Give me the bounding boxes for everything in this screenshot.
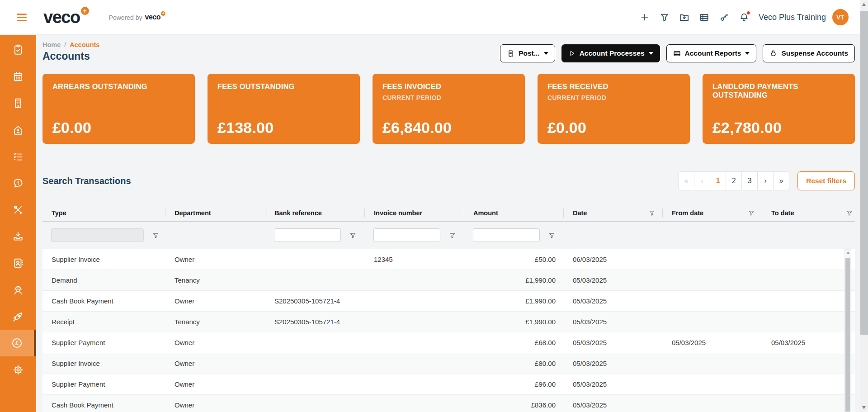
house-person-icon xyxy=(12,124,24,136)
breadcrumb-home-link[interactable]: Home xyxy=(42,41,61,48)
table-row[interactable]: ReceiptTenancyS20250305-105721-4£1,990.0… xyxy=(42,312,855,332)
table-row[interactable]: DemandTenancy£1,990.0005/03/2025 xyxy=(42,270,855,291)
table-view-button[interactable] xyxy=(694,7,714,27)
post-button[interactable]: Post... xyxy=(500,44,555,62)
suspense-accounts-button[interactable]: Suspense Accounts xyxy=(763,44,855,62)
column-header-to-date[interactable]: To date xyxy=(762,205,855,221)
invoice-number-filter-button[interactable] xyxy=(448,232,456,239)
column-header-date[interactable]: Date xyxy=(564,205,663,221)
sidebar-item-settings[interactable] xyxy=(0,356,36,383)
account-reports-button[interactable]: Account Reports xyxy=(666,44,757,62)
table-row[interactable]: Cash Book PaymentOwnerS20250305-105721-4… xyxy=(42,291,855,312)
from-date-filter-icon[interactable] xyxy=(748,209,755,217)
cell-department: Owner xyxy=(165,395,265,412)
bank-reference-filter-button[interactable] xyxy=(349,232,356,239)
table-row[interactable]: Supplier InvoiceOwner12345£50.0006/03/20… xyxy=(42,249,855,270)
invoice-number-filter-input[interactable] xyxy=(373,228,440,242)
page-scrollbar[interactable] xyxy=(860,0,868,412)
column-header-from-date[interactable]: From date xyxy=(663,205,762,221)
cell-invoice-number xyxy=(365,395,464,412)
sidebar-item-imports[interactable] xyxy=(0,223,36,250)
pagination-first-button[interactable]: « xyxy=(678,171,694,190)
kpi-label: FEES INVOICED xyxy=(382,82,486,91)
column-header-bank-reference[interactable]: Bank reference xyxy=(265,205,365,221)
to-date-filter-icon[interactable] xyxy=(846,209,853,217)
cell-from-date xyxy=(663,353,762,374)
scroll-down-icon[interactable] xyxy=(862,406,866,409)
kpi-card-fees-outstanding[interactable]: FEES OUTSTANDING £138.00 xyxy=(208,74,360,144)
column-header-invoice-number[interactable]: Invoice number xyxy=(365,205,464,221)
kpi-label: LANDLORD PAYMENTS OUTSTANDING xyxy=(712,82,816,99)
sidebar-item-contractors[interactable] xyxy=(0,276,36,303)
filter-icon xyxy=(660,12,670,22)
reset-filters-button[interactable]: Reset filters xyxy=(797,171,855,190)
kpi-card-arrears-outstanding[interactable]: ARREARS OUTSTANDING £0.00 xyxy=(42,74,195,144)
bank-reference-filter-input[interactable] xyxy=(274,228,341,242)
type-filter-input[interactable] xyxy=(51,228,144,242)
table-row[interactable]: Supplier PaymentOwner£96.0005/03/2025 xyxy=(42,374,855,395)
notification-dot xyxy=(746,11,750,15)
cell-type: Cash Book Payment xyxy=(42,395,165,412)
sidebar-item-calendar[interactable] xyxy=(0,63,36,90)
account-processes-button[interactable]: Account Processes xyxy=(561,44,660,62)
pagination-last-button[interactable]: » xyxy=(773,171,789,190)
transactions-table: Type Department Bank reference Invoice n… xyxy=(42,205,855,412)
sidebar-item-alerts[interactable] xyxy=(0,170,36,196)
column-header-department[interactable]: Department xyxy=(165,205,265,221)
column-header-type[interactable]: Type xyxy=(42,205,165,221)
sidebar-item-maintenance[interactable] xyxy=(0,196,36,223)
cell-date: 05/03/2025 xyxy=(564,353,663,374)
type-filter-button[interactable] xyxy=(152,232,159,239)
cell-department: Owner xyxy=(165,374,265,394)
table-scrollbar[interactable] xyxy=(844,249,851,412)
kpi-card-landlord-payments-outstanding[interactable]: LANDLORD PAYMENTS OUTSTANDING £2,780.00 xyxy=(703,74,855,144)
pagination-page-2[interactable]: 2 xyxy=(726,171,742,190)
sidebar-item-company[interactable] xyxy=(0,90,36,116)
pagination-page-1[interactable]: 1 xyxy=(710,171,726,190)
pagination-next-button[interactable]: › xyxy=(757,171,774,190)
svg-text:£: £ xyxy=(15,340,19,346)
notifications-button[interactable] xyxy=(734,7,754,27)
calendar-icon xyxy=(12,71,24,82)
pagination-prev-button[interactable]: ‹ xyxy=(694,171,710,190)
table-row[interactable]: Supplier InvoiceOwner£80.0005/03/2025 xyxy=(42,353,855,374)
scroll-up-icon[interactable] xyxy=(846,251,850,254)
table-row[interactable]: Cash Book PaymentOwner£836.0005/03/2025 xyxy=(42,395,855,412)
page-scrollbar-thumb[interactable] xyxy=(860,11,868,335)
sidebar-item-marketing[interactable] xyxy=(0,303,36,330)
kpi-card-fees-received[interactable]: FEES RECEIVED CURRENT PERIOD £0.00 xyxy=(538,74,690,144)
sidebar-item-contacts[interactable] xyxy=(0,250,36,276)
date-filter-icon[interactable] xyxy=(648,209,656,217)
key-button[interactable] xyxy=(714,7,734,27)
folder-export-button[interactable] xyxy=(675,7,694,27)
amount-filter-input[interactable] xyxy=(473,228,540,242)
column-header-amount[interactable]: Amount xyxy=(464,205,564,221)
checklist-icon xyxy=(12,151,24,162)
cell-to-date xyxy=(762,312,855,332)
cell-amount: £80.00 xyxy=(464,353,564,374)
add-button[interactable] xyxy=(635,7,655,27)
hamburger-menu-icon[interactable] xyxy=(12,8,32,26)
avatar[interactable]: VT xyxy=(832,9,849,25)
scroll-up-icon[interactable] xyxy=(862,3,866,6)
cell-date: 05/03/2025 xyxy=(564,374,663,394)
cell-from-date xyxy=(663,270,762,290)
cell-department: Owner xyxy=(165,291,265,311)
sidebar-item-lists[interactable] xyxy=(0,143,36,170)
key-icon xyxy=(719,12,729,22)
amount-filter-button[interactable] xyxy=(548,232,555,239)
account-name[interactable]: Veco Plus Training xyxy=(759,13,826,22)
pagination-page-3[interactable]: 3 xyxy=(741,171,758,190)
sidebar-item-properties[interactable] xyxy=(0,116,36,143)
table-row[interactable]: Supplier PaymentOwner£68.0005/03/202505/… xyxy=(42,332,855,353)
table-scrollbar-thumb[interactable] xyxy=(845,258,850,412)
cell-amount: £1,990.00 xyxy=(464,291,564,311)
kpi-value: £138.00 xyxy=(217,119,274,137)
sidebar-item-tasks[interactable] xyxy=(0,36,36,63)
filter-button[interactable] xyxy=(655,7,675,27)
kpi-card-fees-invoiced[interactable]: FEES INVOICED CURRENT PERIOD £6,840.00 xyxy=(373,74,525,144)
rocket-icon xyxy=(12,311,24,322)
gear-icon xyxy=(12,364,24,376)
sidebar-item-accounts[interactable]: £ xyxy=(0,330,36,356)
kpi-value: £6,840.00 xyxy=(382,119,452,137)
